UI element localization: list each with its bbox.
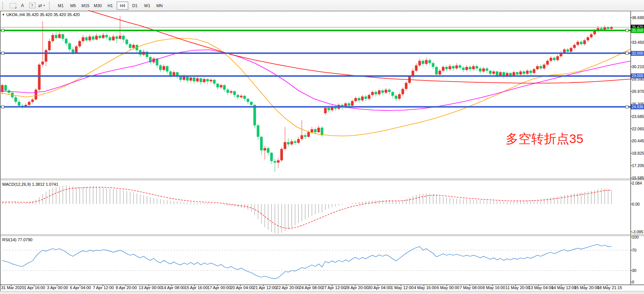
- time-tick-1: 1 Apr 16:00: [24, 285, 45, 290]
- candle-body: [452, 66, 455, 69]
- candle-body: [415, 66, 418, 71]
- candle-body: [543, 65, 546, 69]
- candle-body: [82, 37, 85, 41]
- hline-handle[interactable]: [1, 52, 4, 55]
- candle-body: [95, 36, 98, 39]
- time-tick-6: 13 Apr 00:00: [139, 285, 162, 290]
- candle-body: [439, 71, 441, 75]
- candle-body: [381, 90, 384, 93]
- hline-handle[interactable]: [1, 106, 4, 108]
- candle-body: [432, 63, 435, 67]
- candle-body: [516, 72, 519, 75]
- candle-body: [445, 67, 448, 69]
- hline-handle[interactable]: [626, 106, 628, 108]
- candle-body: [277, 160, 280, 163]
- price-tick-30.210: 30.210: [632, 64, 644, 69]
- candle-body: [422, 61, 424, 64]
- candle-body: [375, 92, 377, 94]
- time-tick-8: 15 Apr 16:00: [184, 285, 208, 290]
- candle-body: [264, 148, 266, 151]
- price-tick-26.970: 26.970: [632, 89, 644, 94]
- time-tick-7: 14 Apr 08:00: [162, 285, 185, 290]
- time-tick-11: 21 Apr 12:00: [253, 285, 276, 290]
- candle-body: [186, 77, 189, 81]
- rsi-axis-0: 0: [632, 280, 634, 284]
- price-tick-22.065: 22.065: [632, 127, 644, 131]
- candle-body: [573, 45, 576, 48]
- candle-body: [314, 129, 317, 132]
- candle-body: [62, 34, 64, 39]
- horizontal-lines[interactable]: [0, 29, 631, 108]
- mt4-chart-window: F A T ⇄ ▼ M1M5M15M30H1H4D1W1MN ▼UKOil-,H…: [0, 0, 644, 294]
- candle-body: [119, 36, 122, 39]
- price-badge-24.936: 24.936: [631, 104, 644, 109]
- axis-ticks: [11, 18, 632, 286]
- candle-body: [466, 67, 468, 70]
- candle-body: [519, 72, 522, 75]
- candle-body: [99, 36, 101, 38]
- candle-body: [223, 85, 226, 90]
- candle-body: [392, 92, 394, 96]
- candle-body: [72, 49, 74, 52]
- candle-body: [15, 97, 17, 102]
- time-tick-20: 7 May 08:00: [460, 285, 482, 290]
- candle-body: [227, 90, 229, 93]
- candle-body: [607, 27, 610, 29]
- candle-body: [35, 90, 37, 99]
- hline-handle[interactable]: [626, 29, 628, 32]
- candle-body: [116, 36, 118, 39]
- time-tick-18: 4 May 16:00: [414, 285, 436, 290]
- time-tick-2: 3 Apr 00:00: [47, 285, 68, 290]
- rsi-line: [2, 245, 611, 279]
- candle-body: [159, 66, 162, 70]
- candle-body: [556, 56, 559, 60]
- candle-body: [459, 66, 461, 68]
- time-tick-5: 8 Apr 20:00: [116, 285, 137, 290]
- macd-indicator-label: MACD(12,26,9) 1.3812 1.0741: [2, 182, 58, 187]
- hline-handle[interactable]: [626, 52, 628, 55]
- candle-body: [482, 69, 485, 72]
- candle-body: [102, 35, 105, 38]
- candle-body: [304, 135, 307, 137]
- rsi-axis-70: 70: [632, 248, 637, 252]
- candle-body: [42, 61, 44, 64]
- time-tick-15: 28 Apr 20:00: [345, 285, 368, 290]
- chart-symbol-title[interactable]: ▼UKOil-,H4 35.420 35.420 35.420 35.420: [2, 12, 80, 17]
- moving-averages: [0, 10, 631, 136]
- candle-body: [31, 100, 34, 102]
- collapse-triangle-icon[interactable]: ▼: [2, 13, 5, 16]
- hline-handle[interactable]: [1, 29, 4, 32]
- candle-body: [237, 95, 239, 97]
- candle-body: [378, 90, 381, 94]
- candle-body: [260, 137, 263, 151]
- candle-body: [476, 66, 478, 69]
- candle-body: [546, 61, 549, 64]
- candle-body: [280, 149, 283, 160]
- candle-body: [105, 35, 108, 37]
- candle-body: [254, 105, 256, 125]
- candle-body: [166, 66, 169, 72]
- chart-text-annotation[interactable]: 多空转折点35: [506, 131, 583, 146]
- candle-body: [274, 161, 276, 163]
- price-tick-36.690: 36.690: [632, 15, 644, 20]
- candle-body: [65, 39, 68, 43]
- candle-body: [509, 73, 512, 75]
- candle-body: [122, 36, 125, 39]
- candle-body: [129, 44, 132, 48]
- candle-body: [355, 98, 357, 101]
- candle-body: [577, 42, 579, 45]
- candle-body: [311, 129, 313, 132]
- candle-body: [486, 69, 488, 71]
- candle-body: [493, 72, 495, 74]
- candle-body: [456, 66, 458, 69]
- price-tick-23.685: 23.685: [632, 114, 644, 119]
- time-tick-25: 15 May 20:00: [574, 285, 599, 290]
- candle-body: [183, 77, 185, 80]
- candle-body: [385, 90, 387, 93]
- candle-body: [85, 37, 88, 40]
- candle-body: [55, 35, 58, 38]
- candle-body: [371, 92, 374, 95]
- candle-body: [553, 58, 556, 60]
- candle-body: [563, 49, 566, 52]
- candle-body: [405, 83, 408, 89]
